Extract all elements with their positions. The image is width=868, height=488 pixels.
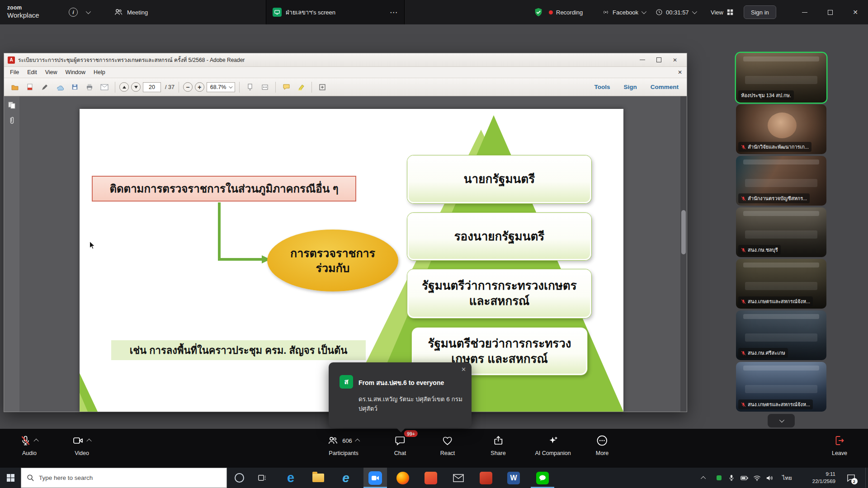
facebook-live-indicator[interactable]: Facebook — [602, 0, 645, 24]
email-button[interactable] — [98, 81, 111, 94]
show-desktop-button[interactable] — [865, 468, 868, 488]
leave-button[interactable]: Leave — [832, 434, 847, 456]
video-feed — [768, 113, 797, 138]
tray-app-icon[interactable] — [713, 468, 724, 488]
scroll-mode-button[interactable] — [244, 81, 256, 94]
slide-callout-box: ติดตามการตรวจราชการในส่วนภูมิภาคกรณีอื่น… — [92, 176, 356, 202]
participant-video-1[interactable]: ห้องประชุม 134 สป.กษ. — [736, 53, 826, 103]
participant-video-6[interactable]: สนง.กษ.ศรีสะเกษ — [736, 310, 826, 360]
comment-panel-button[interactable]: Comment — [651, 84, 679, 90]
cortana-button[interactable] — [229, 468, 250, 488]
sign-in-button[interactable]: Sign in — [744, 5, 776, 19]
taskbar-app-red-2[interactable] — [474, 468, 498, 488]
menu-file[interactable]: File — [6, 68, 23, 77]
participant-video-5[interactable]: สนง.เกษตรและสหกรณ์จังห... — [736, 259, 826, 309]
participant-video-7[interactable]: สนง.เกษตรและสหกรณ์จังห... — [736, 362, 826, 412]
audio-button[interactable]: Audio — [20, 434, 39, 456]
zoom-in-button[interactable]: + — [195, 82, 204, 92]
save-button[interactable] — [68, 81, 81, 94]
comment-bubble-button[interactable] — [280, 81, 292, 94]
chat-button[interactable]: 99+ Chat — [394, 434, 406, 456]
adobe-minimize-button[interactable] — [634, 54, 651, 66]
meeting-info-button[interactable]: i — [69, 0, 78, 24]
share-cloud-button[interactable] — [53, 81, 66, 94]
participant-video-3[interactable]: สำนักงานตรวจบัญชีสหกร... — [736, 156, 826, 206]
sign-pen-button[interactable] — [38, 81, 51, 94]
tab-meeting[interactable]: Meeting — [114, 0, 148, 24]
taskbar-app-internet-explorer[interactable]: e — [334, 468, 358, 488]
attachments-paperclip-icon[interactable] — [8, 116, 15, 125]
audio-options-chevron[interactable] — [33, 439, 38, 444]
zoom-out-button[interactable]: − — [183, 82, 193, 92]
adobe-maximize-button[interactable] — [651, 54, 667, 66]
language-indicator[interactable]: ไทย — [778, 468, 796, 488]
taskbar-app-line[interactable] — [531, 468, 554, 488]
taskbar-app-word[interactable]: W — [502, 468, 525, 488]
fullscreen-button[interactable] — [316, 81, 329, 94]
taskbar-app-edge[interactable]: e — [279, 468, 302, 488]
video-feed — [745, 333, 817, 342]
tray-volume-icon[interactable] — [764, 468, 775, 488]
video-button[interactable]: Video — [72, 434, 92, 456]
open-file-button[interactable] — [9, 81, 21, 94]
tray-network-icon[interactable] — [751, 468, 762, 488]
window-close-button[interactable]: ✕ — [843, 0, 868, 24]
participant-video-2[interactable]: สำนักวิจัยและพัฒนาการเก... — [736, 104, 826, 154]
clock-time: 9:11 — [826, 471, 835, 478]
page-thumbnails-icon[interactable] — [7, 101, 16, 110]
adobe-titlebar[interactable]: A ระเบียบวาระการประชุมผู้ตรวจราชการกระทร… — [4, 53, 687, 67]
zoom-level-select[interactable]: 68.7% — [207, 82, 235, 92]
recording-indicator[interactable]: Recording — [549, 0, 583, 24]
scrollbar-thumb[interactable] — [681, 210, 686, 254]
taskbar-clock[interactable]: 9:11 22/1/2569 — [806, 468, 835, 488]
menu-view[interactable]: View — [41, 68, 61, 77]
tray-battery-icon[interactable] — [739, 468, 750, 488]
scroll-participants-down-button[interactable] — [768, 414, 795, 427]
participants-button[interactable]: 606 Participants — [327, 434, 360, 456]
document-close-button[interactable]: ✕ — [678, 69, 682, 75]
tools-panel-button[interactable]: Tools — [594, 84, 610, 90]
document-scrollbar[interactable] — [680, 96, 687, 412]
task-view-button[interactable] — [251, 468, 272, 488]
window-maximize-button[interactable] — [817, 0, 843, 24]
menu-edit[interactable]: Edit — [23, 68, 41, 77]
tray-hidden-icons-chevron[interactable] — [698, 468, 709, 488]
tab-options-button[interactable]: ⋯ — [390, 8, 398, 17]
previous-page-button[interactable] — [119, 82, 129, 92]
taskbar-search-box[interactable] — [21, 468, 227, 488]
meeting-timer[interactable]: 00:31:57 — [656, 0, 696, 24]
share-button[interactable]: Share — [491, 434, 505, 456]
participants-options-chevron[interactable] — [355, 439, 360, 444]
react-button[interactable]: React — [440, 434, 455, 456]
taskbar-app-firefox[interactable] — [391, 468, 415, 488]
start-button[interactable] — [0, 468, 21, 488]
create-pdf-button[interactable] — [24, 81, 36, 94]
menu-window[interactable]: Window — [61, 68, 90, 77]
tab-shared-screen[interactable]: ฝ่ายเลขาฯ's screen ⋯ — [266, 0, 405, 24]
participant-video-4[interactable]: สนง.กษ.ชลบุรี — [736, 207, 826, 257]
encryption-shield-icon[interactable] — [533, 0, 543, 24]
sign-panel-button[interactable]: Sign — [623, 84, 637, 90]
adobe-close-button[interactable]: ✕ — [667, 54, 683, 66]
video-options-chevron[interactable] — [86, 439, 91, 444]
ai-companion-button[interactable]: AI Companion — [535, 434, 571, 456]
fit-width-button[interactable] — [259, 81, 271, 94]
action-center-button[interactable]: 2 — [842, 468, 860, 488]
taskbar-app-zoom[interactable] — [363, 468, 387, 488]
tray-mic-icon[interactable] — [726, 468, 737, 488]
taskbar-app-mail[interactable] — [447, 468, 470, 488]
info-dropdown-chevron[interactable] — [86, 0, 90, 24]
more-button[interactable]: More — [596, 434, 609, 456]
chat-notification-popup[interactable]: ส From สนง.ปศข.6 to everyone ✕ ดร.น.สพ.เ… — [329, 362, 472, 428]
menu-help[interactable]: Help — [90, 68, 109, 77]
view-button[interactable]: View — [711, 0, 734, 24]
highlighter-button[interactable] — [295, 81, 307, 94]
window-minimize-button[interactable] — [792, 0, 817, 24]
taskbar-app-file-explorer[interactable] — [307, 468, 330, 488]
print-button[interactable] — [83, 81, 96, 94]
next-page-button[interactable] — [131, 82, 141, 92]
page-number-input[interactable] — [143, 82, 161, 92]
chat-popup-close-icon[interactable]: ✕ — [461, 366, 466, 373]
taskbar-app-red-1[interactable] — [419, 468, 443, 488]
search-input[interactable] — [39, 474, 221, 481]
